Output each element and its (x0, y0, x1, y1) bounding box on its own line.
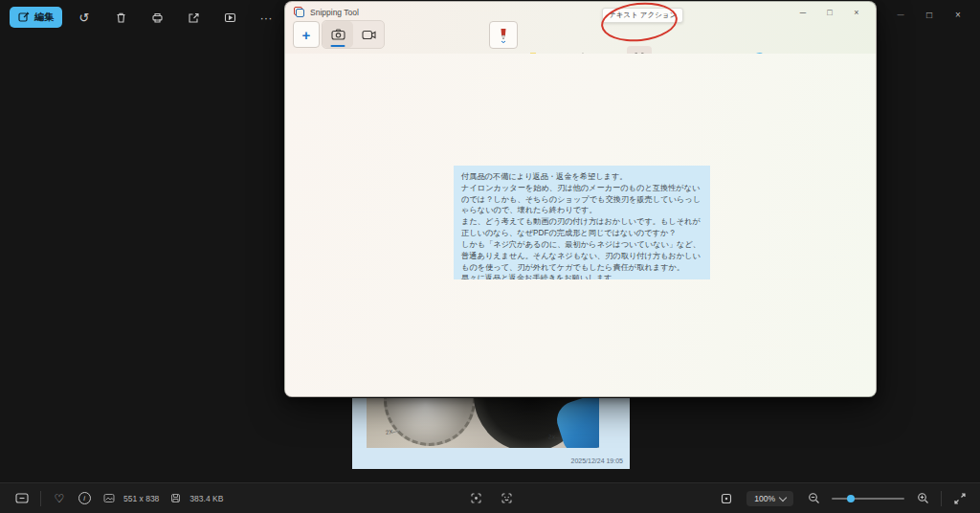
new-snip-button[interactable]: + (293, 21, 320, 48)
heart-icon: ♡ (55, 492, 65, 505)
photos-statusbar: ♡ i 551 x 838 383.4 KB (0, 482, 980, 513)
image-filesize: 383.4 KB (189, 494, 223, 503)
captured-review-text-box: 付属品の不備により返品・返金を希望します。 ナイロンカッターを始め、刃は他のメー… (454, 166, 710, 279)
dimensions-icon (97, 488, 122, 509)
close-button[interactable]: × (944, 4, 972, 25)
fullscreen-button[interactable] (947, 488, 972, 509)
tooltip-label: テキスト アクション (609, 11, 677, 19)
snip-canvas: 付属品の不備により返品・返金を希望します。 ナイロンカッターを始め、刃は他のメー… (285, 54, 876, 397)
maximize-button[interactable]: □ (915, 4, 944, 25)
text-actions-tooltip: テキスト アクション (602, 8, 683, 23)
snipping-tool-app-icon (294, 7, 304, 17)
file-info-button[interactable]: i (72, 488, 97, 509)
more-icon: ··· (260, 11, 273, 25)
snipping-window-controls: ─ □ × (790, 2, 870, 22)
zoom-level-value: 100% (754, 494, 775, 503)
zoom-in-icon (917, 492, 929, 504)
camera-icon (331, 29, 345, 40)
close-button[interactable]: × (843, 2, 870, 22)
viewed-image: 2X— 2X— 2025/12/24 19:05 (352, 398, 630, 469)
slideshow-icon (224, 11, 236, 24)
filesize-icon (163, 488, 188, 509)
share-button[interactable] (179, 5, 208, 30)
saw-blade-photo: 2X— 2X— (367, 398, 599, 448)
fit-screen-icon (721, 493, 732, 504)
zoom-in-button[interactable] (910, 488, 935, 509)
handwriting: 2X— (386, 428, 399, 435)
edit-button-label: 編集 (34, 11, 54, 24)
screen: 編集 ↺ (0, 0, 980, 513)
minimize-button[interactable]: ─ (790, 2, 816, 22)
window-title: Snipping Tool (310, 8, 359, 17)
slideshow-button[interactable] (215, 5, 244, 30)
fullscreen-icon (954, 493, 966, 504)
new-plus-icon: + (302, 27, 311, 43)
rotate-icon: ↺ (79, 11, 90, 25)
rotate-button[interactable]: ↺ (70, 5, 99, 30)
metal-saw-blade (384, 398, 476, 446)
filmstrip-toggle-button[interactable] (10, 488, 34, 509)
edit-button[interactable]: 編集 (10, 7, 62, 28)
text-actions-icon (501, 492, 513, 504)
photos-window-controls: ─ □ × (886, 4, 972, 25)
visual-search-icon (470, 492, 482, 504)
ballpoint-pen-button[interactable] (489, 21, 518, 49)
chevron-down-icon (779, 493, 787, 501)
screenshot-mode-button[interactable] (323, 21, 353, 48)
zoom-slider[interactable] (832, 492, 904, 505)
minimize-button[interactable]: ─ (886, 4, 915, 25)
visual-search-button[interactable] (463, 488, 488, 509)
favorite-button[interactable]: ♡ (47, 488, 72, 509)
handwriting: 2X— (548, 434, 562, 440)
divider (40, 491, 41, 506)
zoom-out-button[interactable] (801, 488, 826, 509)
filmstrip-icon (15, 493, 29, 503)
snipping-titlebar: Snipping Tool ─ □ × (285, 2, 876, 22)
zoom-slider-track[interactable] (832, 498, 904, 500)
maximize-button[interactable]: □ (816, 2, 843, 22)
trash-icon (115, 11, 127, 24)
image-dimensions: 551 x 838 (123, 494, 159, 503)
snipping-tool-window: Snipping Tool ─ □ × + (284, 1, 877, 397)
text-actions-button[interactable] (494, 488, 519, 509)
video-icon (362, 30, 376, 40)
print-icon (151, 11, 164, 24)
share-icon (188, 11, 200, 24)
capture-mode-segment (322, 20, 385, 49)
divider (941, 491, 942, 506)
delete-button[interactable] (106, 5, 135, 30)
photo-date-label: 2025/12/24 19:05 (571, 457, 624, 464)
zoom-out-icon (808, 492, 820, 504)
zoom-slider-thumb[interactable] (847, 495, 855, 502)
print-button[interactable] (143, 5, 171, 30)
snipping-toolbar: + (285, 22, 876, 54)
info-icon: i (78, 492, 91, 504)
fit-to-screen-button[interactable] (714, 488, 739, 509)
screen-recording-mode-button[interactable] (353, 21, 384, 48)
pen-icon (498, 28, 509, 43)
more-button[interactable]: ··· (252, 5, 280, 30)
zoom-level-dropdown[interactable]: 100% (746, 491, 793, 506)
selected-mode-indicator (331, 45, 345, 48)
review-text: 付属品の不備により返品・返金を希望します。 ナイロンカッターを始め、刃は他のメー… (461, 171, 702, 279)
edit-icon (18, 11, 30, 23)
